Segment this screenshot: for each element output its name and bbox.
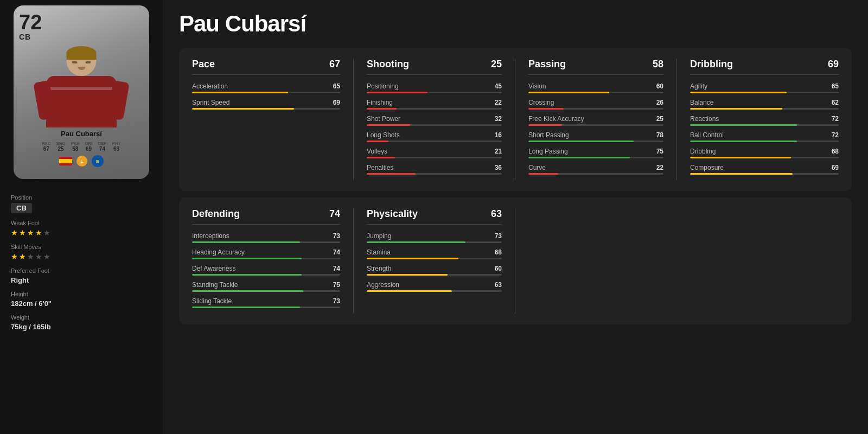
skill-star-5: ★ <box>43 252 50 261</box>
stat-row-balance: Balance 62 <box>690 99 839 110</box>
preferred-foot-value: Right <box>11 276 152 284</box>
stat-name-penalties: Penalties <box>367 164 393 171</box>
bar-sprint-speed <box>192 108 294 110</box>
pace-name: Pace <box>192 59 215 70</box>
defending-name: Defending <box>192 208 240 220</box>
stat-name-finishing: Finishing <box>367 99 393 106</box>
stat-name-short-passing: Short Passing <box>528 131 569 139</box>
bar-long-passing <box>528 157 630 158</box>
card-badges: L B <box>59 155 104 167</box>
stat-row-long-passing: Long Passing 75 <box>528 148 663 158</box>
stat-row-def-awareness: Def Awareness 74 <box>192 265 340 276</box>
dribbling-category: Dribbling 69 Agility 65 Balance 62 <box>677 59 839 180</box>
stat-row-shot-power: Shot Power 32 <box>367 115 502 126</box>
star-4: ★ <box>35 228 42 237</box>
stat-row-acceleration: Acceleration 65 <box>192 82 340 93</box>
stat-value-standing-tackle: 75 <box>333 281 340 289</box>
bar-shot-power <box>367 124 410 126</box>
physicality-category: Physicality 63 Jumping 73 Stamina 68 <box>354 208 515 314</box>
stat-name-crossing: Crossing <box>528 99 554 106</box>
stat-value-heading-accuracy: 74 <box>333 248 340 256</box>
bar-heading-accuracy <box>192 258 302 259</box>
defending-score: 74 <box>329 208 340 220</box>
card-rating: 72 <box>19 12 42 33</box>
stat-name-sprint-speed: Sprint Speed <box>192 99 229 106</box>
left-panel: 72 CB Pau Cubarsí <box>0 0 163 434</box>
stat-name-def-awareness: Def Awareness <box>192 265 236 272</box>
skill-moves-label: Skill Moves <box>11 244 152 250</box>
stat-name-positioning: Positioning <box>367 82 399 90</box>
bar-curve <box>528 173 558 175</box>
bar-penalties <box>367 173 416 175</box>
stat-value-vision: 60 <box>656 82 663 90</box>
bar-crossing <box>528 108 564 110</box>
stat-row-vision: Vision 60 <box>528 82 663 93</box>
bar-reactions <box>690 124 797 126</box>
stat-name-composure: Composure <box>690 164 724 171</box>
bar-dribbling <box>690 157 791 158</box>
skill-star-4: ★ <box>35 252 42 261</box>
weak-foot-label: Weak Foot <box>11 220 152 226</box>
shooting-category: Shooting 25 Positioning 45 Finishing 22 <box>354 59 515 180</box>
passing-score: 58 <box>653 59 663 70</box>
stat-value-penalties: 36 <box>495 164 502 171</box>
stat-row-jumping: Jumping 73 <box>367 232 502 243</box>
bar-sliding-tackle <box>192 307 300 308</box>
bottom-stats-container: Defending 74 Interceptions 73 Heading Ac… <box>179 197 852 324</box>
main-content: Pau Cubarsí Pace 67 Acceleration 65 <box>163 0 868 434</box>
stat-value-positioning: 45 <box>495 82 502 90</box>
stat-value-short-passing: 78 <box>656 131 663 139</box>
spain-flag-icon <box>59 157 72 165</box>
shooting-name: Shooting <box>367 59 409 70</box>
stat-row-finishing: Finishing 22 <box>367 99 502 110</box>
bar-def-awareness <box>192 274 302 276</box>
stat-row-dribbling: Dribbling 68 <box>690 148 839 158</box>
bar-strength <box>367 274 448 276</box>
stat-name-dribbling: Dribbling <box>690 148 716 155</box>
card-player-name: Pau Cubarsí <box>61 130 102 138</box>
stat-value-jumping: 73 <box>495 232 502 240</box>
stat-name-shot-power: Shot Power <box>367 115 400 123</box>
stat-value-long-shots: 16 <box>495 131 502 139</box>
stat-value-long-passing: 75 <box>656 148 663 155</box>
bar-free-kick-accuracy <box>528 124 562 126</box>
stat-row-short-passing: Short Passing 78 <box>528 131 663 142</box>
stat-name-interceptions: Interceptions <box>192 232 229 240</box>
card-position: CB <box>19 33 31 41</box>
stat-name-agility: Agility <box>690 82 707 90</box>
physicality-name: Physicality <box>367 208 418 220</box>
bar-jumping <box>367 241 465 243</box>
stat-row-composure: Composure 69 <box>690 164 839 175</box>
bar-long-shots <box>367 141 388 142</box>
stat-value-finishing: 22 <box>495 99 502 106</box>
stat-name-balance: Balance <box>690 99 713 106</box>
bar-composure <box>690 173 793 175</box>
stat-value-strength: 60 <box>495 265 502 272</box>
stat-row-interceptions: Interceptions 73 <box>192 232 340 243</box>
bar-positioning <box>367 92 427 93</box>
stat-row-stamina: Stamina 68 <box>367 248 502 259</box>
player-card: 72 CB Pau Cubarsí <box>14 5 149 179</box>
bar-finishing <box>367 108 397 110</box>
pace-score: 67 <box>329 59 340 70</box>
passing-name: Passing <box>528 59 566 70</box>
physicality-score: 63 <box>491 208 502 220</box>
stat-row-sliding-tackle: Sliding Tackle 73 <box>192 297 340 308</box>
star-3: ★ <box>27 228 34 237</box>
preferred-foot-label: Preferred Foot <box>11 267 152 274</box>
stat-name-strength: Strength <box>367 265 391 272</box>
stat-value-agility: 65 <box>832 82 839 90</box>
stat-value-interceptions: 73 <box>333 232 340 240</box>
passing-category: Passing 58 Vision 60 Crossing 26 <box>515 59 677 180</box>
stat-row-sprint-speed: Sprint Speed 69 <box>192 99 340 110</box>
stat-name-vision: Vision <box>528 82 546 90</box>
stat-value-free-kick-accuracy: 25 <box>656 115 663 123</box>
bar-aggression <box>367 290 452 292</box>
stat-row-agility: Agility 65 <box>690 82 839 93</box>
star-5: ★ <box>43 228 50 237</box>
bar-acceleration <box>192 92 288 93</box>
star-2: ★ <box>19 228 26 237</box>
stat-value-stamina: 68 <box>495 248 502 256</box>
skill-moves-stars: ★ ★ ★ ★ ★ <box>11 252 152 261</box>
card-stats-row: PAC67 SHO25 PAS58 DRI69 DEF74 PHY63 <box>42 141 121 152</box>
